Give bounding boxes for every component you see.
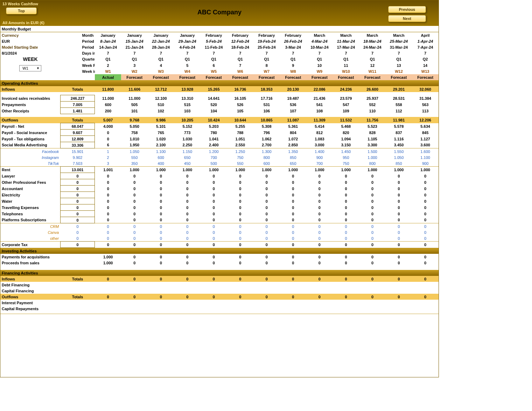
row-days: 8/1/2024 Days in Perio 7777777777777	[0, 50, 439, 56]
row-actual-forecast: Actual ForecastForecastForecastForecastF…	[0, 74, 439, 80]
model-start-date-value: 8/1/2024	[0, 50, 60, 56]
financing-activities-header: Financing Activities	[0, 270, 439, 276]
operating-activities-header: Operating Activities	[0, 80, 439, 86]
row-psale: Proceeds from sales1.000000000000000	[0, 260, 439, 266]
row-sma: Social Media Advertising33.30661.9502.10…	[0, 142, 439, 148]
row-fin-inflows: InflowsTotals0000000000000	[0, 276, 439, 282]
investing-activities-header: Investing Activities	[0, 248, 439, 254]
top-bar: 13 Weeks Cashflow Top ABC Company Previo…	[0, 0, 439, 26]
row-cap: Capital Financing	[0, 288, 439, 294]
row-facebook: Facebook15.90111.0501.1001.1501.2001.250…	[0, 148, 439, 155]
row-opf: Other Professional Fees00000000000000	[0, 179, 439, 186]
next-button[interactable]: Next	[388, 15, 426, 22]
row-other-sub: other00000000000000	[0, 235, 439, 242]
row-interest: Interest Payment	[0, 300, 439, 306]
row-rent: Rent13.0011.0011.0001.0001.0001.0001.000…	[0, 167, 439, 173]
row-corp-tax: Corporate Tax00000000000000	[0, 242, 439, 248]
row-elec: Electricity00000000000000	[0, 192, 439, 198]
week-label: WEEK	[0, 56, 60, 62]
row-prepay: Prepayments7.005600505510515520526531536…	[0, 102, 439, 108]
currency-label: Currency	[0, 32, 60, 39]
bottom-padding	[0, 314, 439, 377]
row-acct: Accountant00000000000000	[0, 186, 439, 192]
row-period-to: Model Starting Date Period to 14-Jan-242…	[0, 44, 439, 50]
row-outflows: OutflowsTotals5.0079.7689.98610.20510.42…	[0, 117, 439, 123]
row-week-period: W1 Week Perio 234567891011121314	[0, 62, 439, 68]
spreadsheet-app: 13 Weeks Cashflow Top ABC Company Previo…	[0, 0, 439, 377]
row-travel: Travelling Expenses00000000000000	[0, 204, 439, 211]
row-crm: CRM00000000000000	[0, 223, 439, 230]
row-canva: Canva00000000000000	[0, 229, 439, 235]
main-grid: Monthly Budget Currency Month JanuaryJan…	[0, 26, 439, 314]
row-week-model: Week in Mo W1W2W3W4W5W6W7W8W9W10W11W12W1…	[0, 68, 439, 74]
amounts-note: All Amounts in EUR (€)	[2, 21, 44, 25]
monthly-budget-label: Monthly Budget	[0, 26, 439, 32]
eur-label: EUR	[0, 38, 60, 44]
sheet-title: 13 Weeks Cashflow	[2, 2, 38, 6]
row-water: Water00000000000000	[0, 198, 439, 204]
month-label: Month	[81, 32, 95, 39]
week-dropdown[interactable]: W1	[19, 65, 41, 71]
row-period-from: EUR Period from 8-Jan-2415-Jan-2422-Jan-…	[0, 38, 439, 44]
row-inflows: InflowsTotals 11.80011.60612.71213.92815…	[0, 86, 439, 92]
row-other-receipts: Other Receipts1.481200101102103104105106…	[0, 108, 439, 114]
row-repay: Capital Repayments	[0, 306, 439, 312]
company-name: ABC Company	[0, 9, 439, 16]
row-lawyer: Lawyer00000000000000	[0, 173, 439, 179]
row-payroll: Payroll - Net68.0474.0005.0505.1015.1525…	[0, 123, 439, 130]
row-quarter: WEEK Quarter Q1Q1Q1Q1Q1Q1Q1Q1Q1Q1Q1Q1Q2	[0, 56, 439, 62]
previous-button[interactable]: Previous	[388, 6, 426, 13]
row-tax-obl: Payoll - Tax obligations12.80901.0101.02…	[0, 136, 439, 142]
row-invoiced: Invoiced sales receivables246.22711.0001…	[0, 95, 439, 102]
row-fin-outflows: OutflowsTotals0000000000000	[0, 294, 439, 300]
row-instagram: Instagram9.90225506006507007508008509009…	[0, 154, 439, 160]
actual-badge: Actual	[95, 74, 121, 80]
row-month: Currency Month JanuaryJanuaryJanuaryJanu…	[0, 32, 439, 39]
row-debt: Debt Financing	[0, 282, 439, 288]
row-tel: Telephones00000000000000	[0, 211, 439, 217]
row-social-ins: Payoll - Social Insurance9.6070758765773…	[0, 130, 439, 136]
row-tiktok: TikTok7.50333504004505005506006507007508…	[0, 160, 439, 167]
row-plat: Platforms Subscriptions00000000000000	[0, 217, 439, 223]
model-start-date-label: Model Starting Date	[0, 44, 60, 50]
row-pacq: Payments for acquisitions1.0000000000000…	[0, 254, 439, 260]
